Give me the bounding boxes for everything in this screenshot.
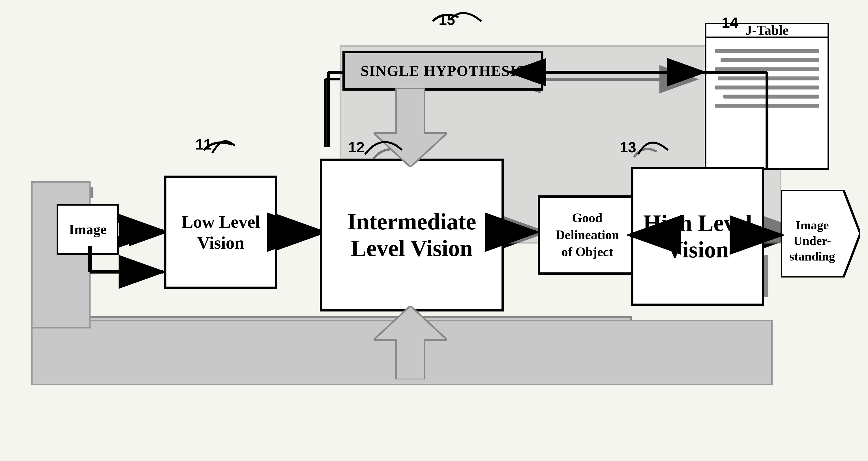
up-arrow-feedback [374,306,447,379]
good-delineation-label: GoodDelineationof Object [556,209,619,260]
ref-15: 15 [439,11,455,28]
single-hypothesis-box: SINGLE HYPOTHESIS [342,51,544,91]
low-level-vision-label: Low LevelVision [181,211,260,254]
ref-12: 12 [348,139,365,156]
svg-text:standing: standing [789,250,835,263]
svg-marker-25 [781,190,860,278]
down-arrow-hypothesis [374,88,447,167]
image-label: Image [69,221,106,237]
jtable-box: J-Table [705,23,829,170]
ref-14: 14 [722,14,738,31]
low-level-vision-box: Low LevelVision [164,176,277,289]
image-arrows [118,212,165,247]
good-delineation-box: GoodDelineationof Object [538,195,637,275]
svg-marker-23 [374,88,447,167]
ref-11: 11 [195,136,212,153]
svg-text:Image: Image [796,218,829,232]
image-box: Image [57,204,119,255]
ref-13: 13 [620,139,636,156]
high-level-vision-label: High LevelVision [643,210,752,263]
diagram-container: SINGLE HYPOTHESIS J-Table Image Low Leve… [0,0,868,461]
high-level-vision-box: High LevelVision [631,167,764,306]
single-hypothesis-label: SINGLE HYPOTHESIS [361,63,525,79]
intermediate-vision-box: IntermediateLevel Vision [320,159,504,312]
svg-marker-24 [374,306,447,379]
left-feedback-rect [31,181,91,328]
jtable-label: J-Table [745,22,789,38]
intermediate-vision-label: IntermediateLevel Vision [347,208,476,262]
image-understanding-arrow: Image Under- standing [781,190,860,278]
svg-text:Under-: Under- [794,234,831,248]
